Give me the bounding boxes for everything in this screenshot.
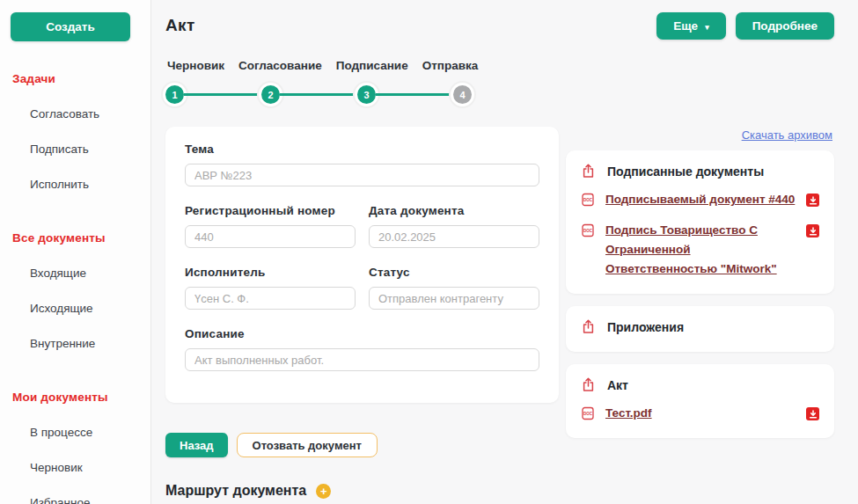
download-archive-link[interactable]: Скачать архивом	[742, 128, 832, 142]
status-label: Статус	[369, 266, 539, 279]
step-label-signing: Подписание	[336, 59, 408, 72]
download-icon[interactable]	[806, 407, 819, 420]
step-connector	[184, 93, 261, 96]
attachments-card: Приложения	[566, 306, 834, 352]
upload-icon	[581, 377, 596, 392]
executor-label: Исполнитель	[185, 266, 356, 279]
chevron-down-icon: ▾	[705, 23, 709, 32]
doc-file-icon: DOC	[581, 193, 596, 208]
step-label-draft: Черновик	[167, 59, 224, 72]
step-circle-3[interactable]: 3	[357, 85, 376, 104]
document-stepper: Черновик Согласование Подписание Отправк…	[165, 59, 834, 104]
sidebar-item-approve[interactable]: Согласовать	[30, 107, 140, 121]
doc-file-icon: DOC	[581, 406, 596, 421]
sidebar-item-execute[interactable]: Исполнить	[30, 178, 140, 191]
svg-text:DOC: DOC	[583, 198, 593, 202]
reg-number-label: Регистрационный номер	[185, 204, 356, 217]
upload-icon	[581, 319, 596, 334]
sidebar-item-incoming[interactable]: Входящие	[30, 267, 140, 280]
step-circle-2[interactable]: 2	[261, 85, 280, 104]
sidebar-item-internal[interactable]: Внутренние	[30, 337, 140, 350]
svg-text:DOC: DOC	[583, 229, 593, 233]
more-button[interactable]: Еще ▾	[656, 12, 725, 40]
revoke-document-button[interactable]: Отозвать документ	[237, 433, 378, 457]
step-circle-4[interactable]: 4	[453, 85, 472, 104]
sidebar-item-draft[interactable]: Черновик	[30, 461, 140, 474]
act-doc-row: DOC Тест.pdf	[581, 404, 819, 423]
doc-date-input[interactable]	[369, 225, 539, 248]
sidebar-item-sign[interactable]: Подписать	[30, 142, 140, 156]
theme-input[interactable]	[185, 164, 539, 186]
signed-doc-link[interactable]: Подписываемый документ #440	[605, 190, 796, 209]
more-button-label: Еще	[673, 19, 698, 33]
step-circle-1[interactable]: 1	[165, 85, 184, 104]
download-icon[interactable]	[806, 194, 819, 207]
signed-doc-row: DOC Подписываемый документ #440	[581, 190, 819, 209]
step-label-sending: Отправка	[422, 59, 479, 72]
step-connector	[376, 93, 453, 96]
sidebar-section-all-docs: Все документы	[12, 231, 140, 245]
description-input[interactable]	[185, 348, 539, 371]
page-title: Акт	[165, 16, 195, 35]
signature-doc-link[interactable]: Подпись Товарищество С Ограниченной Отве…	[605, 221, 796, 279]
attachments-title: Приложения	[607, 320, 684, 334]
act-file-link[interactable]: Тест.pdf	[605, 404, 796, 423]
sidebar-item-favorites[interactable]: Избранное	[30, 496, 140, 504]
signed-documents-title: Подписанные документы	[607, 164, 764, 179]
sidebar-section-my-docs: Мои документы	[12, 391, 140, 404]
step-connector	[280, 93, 357, 96]
step-label-approval: Согласование	[238, 59, 322, 72]
document-form-card: Тема Регистрационный номер Дата документ…	[165, 127, 559, 403]
doc-file-icon: DOC	[581, 223, 596, 238]
details-button[interactable]: Подробнее	[736, 12, 834, 40]
signed-doc-row: DOC Подпись Товарищество С Ограниченной …	[581, 221, 819, 279]
page-header: Акт Еще ▾ Подробнее	[165, 12, 834, 40]
sidebar: Создать Задачи Согласовать Подписать Исп…	[0, 0, 151, 504]
document-route-title: Маршрут документа	[165, 483, 306, 499]
app-window: Создать Задачи Согласовать Подписать Исп…	[0, 0, 858, 504]
svg-text:DOC: DOC	[583, 412, 593, 416]
status-input[interactable]	[369, 287, 539, 310]
main-content: Акт Еще ▾ Подробнее Черновик Согласовани…	[151, 0, 858, 504]
act-card: Акт DOC Тест.pdf	[566, 364, 834, 438]
back-button[interactable]: Назад	[165, 433, 228, 457]
sidebar-item-in-progress[interactable]: В процессе	[30, 426, 140, 439]
description-label: Описание	[185, 327, 539, 340]
create-button[interactable]: Создать	[11, 12, 130, 41]
signed-documents-card: Подписанные документы DOC Подписываемый …	[566, 150, 834, 294]
reg-number-input[interactable]	[185, 225, 356, 248]
sidebar-item-outgoing[interactable]: Исходящие	[30, 302, 140, 315]
add-route-icon[interactable]: +	[316, 484, 331, 499]
doc-date-label: Дата документа	[369, 204, 539, 217]
sidebar-section-tasks: Задачи	[12, 72, 140, 85]
theme-label: Тема	[185, 142, 539, 156]
act-card-title: Акт	[607, 378, 628, 392]
download-icon[interactable]	[806, 224, 819, 237]
executor-input[interactable]	[185, 287, 356, 310]
upload-icon	[581, 164, 596, 179]
